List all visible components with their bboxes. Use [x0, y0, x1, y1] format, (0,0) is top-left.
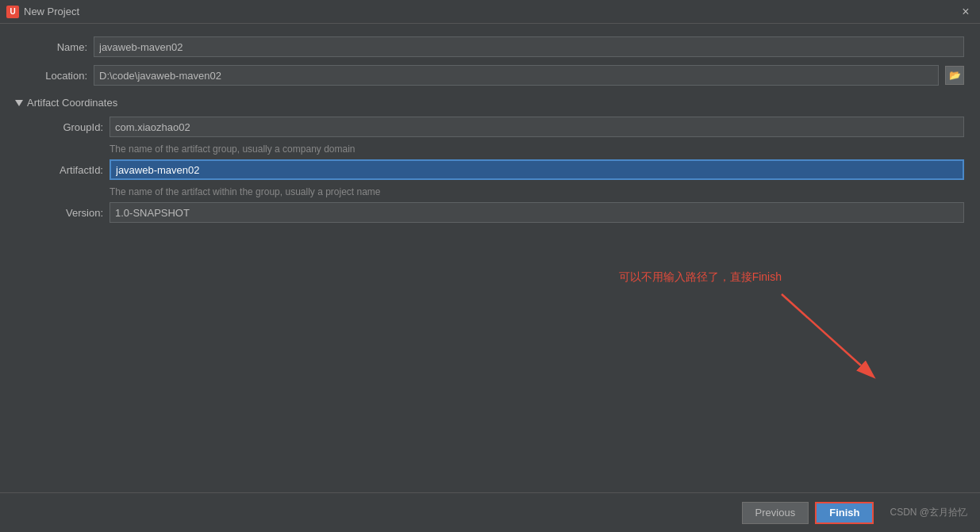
- annotation-text: 可以不用输入路径了，直接Finish: [619, 270, 782, 285]
- version-label: Version:: [32, 207, 103, 219]
- bottom-bar: Previous Finish CSDN @玄月拾忆: [0, 492, 980, 532]
- annotation-arrow: [774, 286, 885, 389]
- watermark-text: CSDN @玄月拾忆: [890, 506, 967, 519]
- groupid-row: GroupId:: [32, 117, 964, 137]
- version-row: Version:: [32, 202, 964, 223]
- groupid-input[interactable]: [110, 117, 964, 137]
- location-label: Location:: [16, 70, 87, 82]
- groupid-label: GroupId:: [32, 121, 103, 133]
- artifactid-label: ArtifactId:: [32, 164, 103, 176]
- artifact-coordinates-section: Artifact Coordinates GroupId: The name o…: [16, 97, 964, 223]
- artifact-coordinates-title: Artifact Coordinates: [27, 97, 117, 109]
- annotation-area: 可以不用输入路径了，直接Finish: [16, 231, 964, 480]
- artifact-coordinates-header[interactable]: Artifact Coordinates: [16, 97, 964, 109]
- version-input[interactable]: [110, 202, 964, 223]
- svg-line-1: [782, 294, 861, 366]
- close-button[interactable]: ×: [958, 4, 974, 20]
- artifactid-row: ArtifactId:: [32, 159, 964, 180]
- name-input[interactable]: [94, 36, 964, 57]
- name-label: Name:: [16, 41, 87, 53]
- artifact-fields: GroupId: The name of the artifact group,…: [16, 117, 964, 223]
- previous-button[interactable]: Previous: [742, 502, 809, 524]
- dialog-wrapper: U New Project × Name: Location: 📂 Artifa…: [0, 0, 980, 532]
- groupid-hint: The name of the artifact group, usually …: [32, 144, 964, 155]
- artifactid-input[interactable]: [110, 159, 964, 180]
- folder-icon: 📂: [949, 70, 961, 81]
- title-bar-text: New Project: [24, 6, 958, 17]
- finish-button[interactable]: Finish: [815, 502, 874, 524]
- artifactid-hint: The name of the artifact within the grou…: [32, 186, 964, 197]
- location-input[interactable]: [94, 65, 939, 86]
- browse-folder-button[interactable]: 📂: [945, 66, 964, 85]
- title-bar: U New Project ×: [0, 0, 980, 24]
- location-row: Location: 📂: [16, 65, 964, 86]
- collapse-triangle-icon: [15, 100, 23, 106]
- name-row: Name:: [16, 36, 964, 57]
- dialog-content: Name: Location: 📂 Artifact Coordinates G…: [0, 24, 980, 492]
- app-icon: U: [6, 6, 19, 18]
